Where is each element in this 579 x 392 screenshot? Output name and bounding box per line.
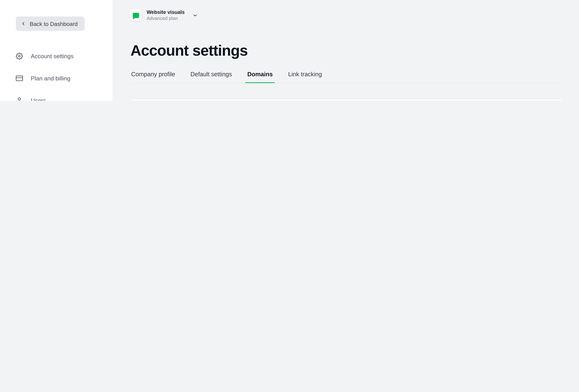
sidebar-item-plan-and-billing[interactable]: Plan and billing [0, 67, 113, 89]
credit-card-icon [16, 75, 23, 82]
sidebar-nav: Account settings Plan and billing Users … [0, 45, 113, 101]
tabs-bar: Company profile Default settings Domains… [131, 71, 322, 83]
gear-icon [16, 53, 23, 60]
page-title: Account settings [131, 42, 248, 59]
workspace-logo [130, 9, 142, 21]
tab-company-profile[interactable]: Company profile [131, 71, 175, 83]
sidebar: Back to Dashboard Account settings Plan … [0, 0, 113, 101]
workspace-name: Website visuals [146, 9, 185, 15]
back-button-label: Back to Dashboard [30, 20, 77, 27]
sidebar-item-label: Account settings [31, 53, 73, 59]
chevron-down-icon [192, 13, 198, 18]
tab-domains[interactable]: Domains [247, 71, 273, 83]
account-settings-screen: Back to Dashboard Account settings Plan … [0, 0, 579, 101]
chevron-left-icon [21, 21, 26, 26]
tab-default-settings[interactable]: Default settings [190, 71, 232, 83]
sidebar-item-users[interactable]: Users [0, 89, 113, 101]
user-icon [16, 97, 23, 101]
sending-domains-card: Sending domains Manage your sending doma… [130, 100, 563, 101]
workspace-switcher[interactable]: Website visuals Advanced plan [130, 9, 198, 21]
back-to-dashboard-button[interactable]: Back to Dashboard [16, 16, 84, 31]
tabs-divider [130, 83, 563, 83]
tab-link-tracking[interactable]: Link tracking [288, 71, 322, 83]
sidebar-item-label: Users [31, 97, 46, 101]
sidebar-item-label: Plan and billing [31, 75, 70, 82]
workspace-plan: Advanced plan [146, 15, 185, 21]
sidebar-item-account-settings[interactable]: Account settings [0, 45, 113, 67]
chat-bubble-icon [133, 13, 139, 18]
main-content: Website visuals Advanced plan Account se… [113, 0, 579, 101]
